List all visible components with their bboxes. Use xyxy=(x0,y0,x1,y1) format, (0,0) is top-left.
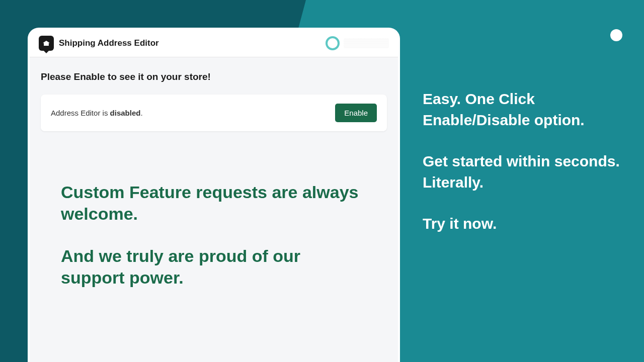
app-content: Please Enable to see it on your store! A… xyxy=(30,57,398,320)
app-title: Shipping Address Editor xyxy=(59,38,159,48)
sidebar-text: Easy. One Click Enable/Disable option. G… xyxy=(423,88,624,254)
app-header: Shipping Address Editor xyxy=(30,30,398,57)
sidebar-line-2: Get started within seconds. Literally. xyxy=(423,151,624,193)
app-header-right xyxy=(326,36,389,50)
status-suffix: . xyxy=(140,109,142,117)
sidebar-line-3: Try it now. xyxy=(423,213,624,234)
promo-line-2: And we truly are proud of our support po… xyxy=(61,245,367,288)
promo-text: Custom Feature requests are always welco… xyxy=(41,182,387,288)
avatar-placeholder xyxy=(344,38,389,48)
avatar-icon xyxy=(326,36,340,50)
status-prefix: Address Editor is xyxy=(51,109,110,117)
app-header-left: Shipping Address Editor xyxy=(39,36,159,51)
status-state: disabled xyxy=(110,109,141,117)
app-window: Shipping Address Editor Please Enable to… xyxy=(28,28,400,362)
app-logo-icon xyxy=(39,36,54,51)
enable-button[interactable]: Enable xyxy=(335,104,377,122)
promo-line-1: Custom Feature requests are always welco… xyxy=(61,182,367,224)
enable-prompt: Please Enable to see it on your store! xyxy=(41,71,387,82)
sidebar-line-1: Easy. One Click Enable/Disable option. xyxy=(423,88,624,131)
status-text: Address Editor is disabled. xyxy=(51,109,143,117)
decorative-dot xyxy=(610,29,622,41)
status-card: Address Editor is disabled. Enable xyxy=(41,95,387,131)
